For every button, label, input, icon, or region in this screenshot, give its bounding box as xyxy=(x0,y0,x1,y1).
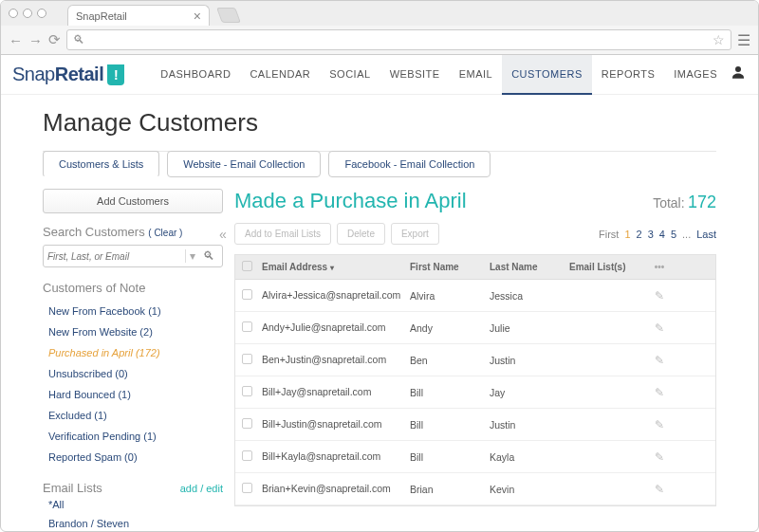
url-input[interactable] xyxy=(84,33,713,46)
row-checkbox[interactable] xyxy=(242,321,252,332)
window-controls[interactable] xyxy=(9,9,46,18)
pager-page[interactable]: 5 xyxy=(671,229,676,240)
note-item[interactable]: Purchased in April (172) xyxy=(43,342,223,363)
col-email-header[interactable]: Email Address ▾ xyxy=(258,262,410,272)
url-bar[interactable]: 🔍︎ ☆ xyxy=(66,29,731,50)
nav-reports[interactable]: REPORTS xyxy=(592,55,664,95)
cell-lastname: Kevin xyxy=(490,484,569,495)
row-checkbox[interactable] xyxy=(242,450,252,461)
col-actions-header[interactable]: ••• xyxy=(645,262,674,272)
edit-row-icon[interactable]: ✎ xyxy=(655,386,664,399)
nav-email[interactable]: EMAIL xyxy=(450,55,503,95)
edit-row-icon[interactable]: ✎ xyxy=(655,321,664,335)
cell-email: Bill+Jay@snapretail.com xyxy=(258,386,410,398)
search-customers-input[interactable] xyxy=(47,251,185,262)
table-row: Alvira+Jessica@snapretail.comAlviraJessi… xyxy=(235,280,715,312)
edit-row-icon[interactable]: ✎ xyxy=(655,418,664,431)
table-row: Bill+Justin@snapretail.comBillJustin✎ xyxy=(235,409,715,441)
back-icon[interactable]: ← xyxy=(9,32,23,48)
close-tab-icon[interactable]: × xyxy=(194,9,201,24)
col-firstname-header[interactable]: First Name xyxy=(410,262,490,272)
edit-row-icon[interactable]: ✎ xyxy=(655,354,664,367)
email-list-item[interactable]: Brandon / Steven xyxy=(43,514,223,532)
pager-page[interactable]: 3 xyxy=(648,229,654,240)
app-header: SnapRetail ! DASHBOARDCALENDARSOCIALWEBS… xyxy=(1,55,758,95)
table-header: Email Address ▾ First Name Last Name Ema… xyxy=(235,255,715,280)
pager-last[interactable]: Last xyxy=(696,229,716,240)
logo[interactable]: SnapRetail ! xyxy=(12,64,124,85)
browser-chrome: SnapRetail × ← → ⟳ 🔍︎ ☆ ☰ xyxy=(1,1,758,55)
note-item[interactable]: Hard Bounced (1) xyxy=(43,384,223,405)
cell-email: Brian+Kevin@snapretail.com xyxy=(258,483,410,495)
pagination: First12345...Last xyxy=(599,229,716,240)
cell-lastname: Julie xyxy=(490,322,569,334)
list-title: Made a Purchase in April xyxy=(234,189,467,213)
nav-customers[interactable]: CUSTOMERS xyxy=(502,55,592,95)
note-item[interactable]: Excluded (1) xyxy=(43,405,223,426)
select-all-checkbox[interactable] xyxy=(242,261,252,271)
cell-firstname: Bill xyxy=(410,387,490,398)
pager-page[interactable]: 2 xyxy=(637,229,642,240)
collapse-sidebar-icon[interactable]: « xyxy=(219,227,227,242)
user-icon[interactable] xyxy=(730,64,747,85)
pager-page[interactable]: 1 xyxy=(624,229,630,240)
cell-email: Bill+Justin@snapretail.com xyxy=(258,418,410,431)
forward-icon[interactable]: → xyxy=(28,32,43,48)
reload-icon[interactable]: ⟳ xyxy=(48,31,61,48)
pager-first[interactable]: First xyxy=(599,229,619,240)
bookmark-star-icon[interactable]: ☆ xyxy=(713,32,725,47)
search-dropdown-icon[interactable]: ▾ xyxy=(185,249,199,263)
note-item[interactable]: Unsubscribed (0) xyxy=(43,363,223,384)
row-checkbox[interactable] xyxy=(242,289,252,300)
cell-email: Andy+Julie@snapretail.com xyxy=(258,321,410,334)
note-item[interactable]: Verification Pending (1) xyxy=(43,426,223,447)
note-item[interactable]: Reported Spam (0) xyxy=(43,447,223,468)
edit-row-icon[interactable]: ✎ xyxy=(655,483,664,496)
cell-firstname: Andy xyxy=(410,322,490,334)
row-checkbox[interactable] xyxy=(242,483,252,493)
action-export[interactable]: Export xyxy=(391,223,439,245)
browser-tab[interactable]: SnapRetail × xyxy=(67,5,210,26)
row-checkbox[interactable] xyxy=(242,386,252,396)
cell-firstname: Ben xyxy=(410,355,490,366)
add-edit-lists-link[interactable]: add / edit xyxy=(180,483,223,494)
col-emaillists-header[interactable]: Email List(s) xyxy=(569,262,645,272)
row-checkbox[interactable] xyxy=(242,418,252,429)
nav-calendar[interactable]: CALENDAR xyxy=(240,55,320,95)
page-title: Manage Customers xyxy=(43,108,716,138)
cell-lastname: Jessica xyxy=(490,290,569,302)
table-row: Ben+Justin@snapretail.comBenJustin✎ xyxy=(235,344,715,376)
col-lastname-header[interactable]: Last Name xyxy=(490,262,569,272)
row-checkbox[interactable] xyxy=(242,354,252,364)
nav-website[interactable]: WEBSITE xyxy=(380,55,450,95)
nav-dashboard[interactable]: DASHBOARD xyxy=(151,55,240,95)
search-go-icon[interactable]: 🔍︎ xyxy=(199,249,218,263)
nav-social[interactable]: SOCIAL xyxy=(320,55,380,95)
main-area: « Made a Purchase in April Total: 172 Ad… xyxy=(234,189,716,532)
tab-0[interactable]: Customers & Lists xyxy=(43,151,159,177)
action-add-to-email-lists[interactable]: Add to Email Lists xyxy=(234,223,331,245)
logo-mark-icon: ! xyxy=(107,64,124,85)
nav-images[interactable]: IMAGES xyxy=(664,55,727,95)
pager-ellipsis[interactable]: ... xyxy=(682,229,691,240)
new-tab-button[interactable] xyxy=(216,8,241,23)
clear-search-link[interactable]: ( Clear ) xyxy=(148,228,182,238)
search-icon: 🔍︎ xyxy=(73,33,84,46)
main-nav: DASHBOARDCALENDARSOCIALWEBSITEEMAILCUSTO… xyxy=(151,55,727,95)
cell-lastname: Kayla xyxy=(490,451,569,463)
tab-1[interactable]: Website - Email Collection xyxy=(167,151,321,177)
cell-firstname: Bill xyxy=(410,451,490,463)
note-item[interactable]: New From Website (2) xyxy=(43,321,223,342)
edit-row-icon[interactable]: ✎ xyxy=(655,450,664,464)
add-customers-button[interactable]: Add Customers xyxy=(43,189,223,213)
cell-email: Ben+Justin@snapretail.com xyxy=(258,354,410,366)
menu-icon[interactable]: ☰ xyxy=(737,31,750,49)
action-delete[interactable]: Delete xyxy=(337,223,385,245)
browser-tab-title: SnapRetail xyxy=(76,10,127,22)
tab-2[interactable]: Facebook - Email Collection xyxy=(328,151,491,177)
pager-page[interactable]: 4 xyxy=(659,229,665,240)
email-list-item[interactable]: *All xyxy=(43,495,223,514)
total-count: 172 xyxy=(688,193,716,211)
edit-row-icon[interactable]: ✎ xyxy=(655,289,664,303)
note-item[interactable]: New From Facebook (1) xyxy=(43,301,223,321)
